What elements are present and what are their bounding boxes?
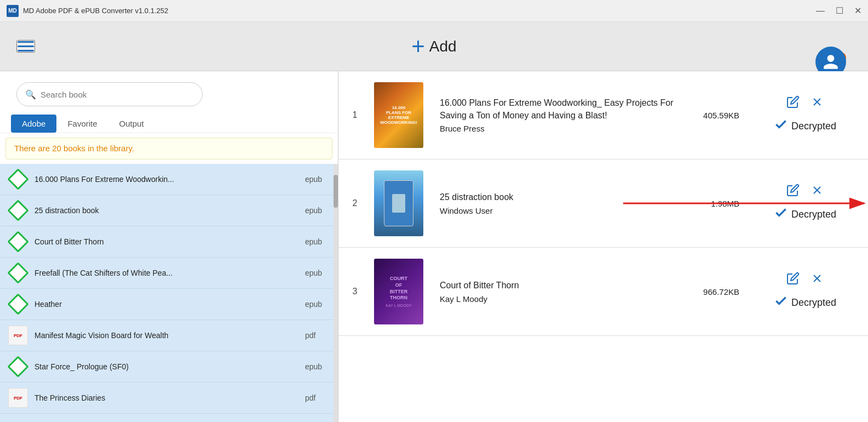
list-item[interactable]: Court of Bitter Thorn epub (0, 226, 338, 258)
delete-button[interactable] (810, 95, 824, 112)
edit-button[interactable] (786, 95, 800, 112)
maximize-button[interactable]: ☐ (836, 5, 843, 16)
book-item-title: 25 distraction book (35, 206, 305, 215)
edit-icon (786, 95, 800, 109)
epub-icon (8, 294, 28, 314)
list-item[interactable]: 16.000 Plans For Extreme Woodworkin... e… (0, 164, 338, 195)
decrypted-status: Decrypted (774, 294, 836, 311)
book-author: Kay L Moody (440, 294, 685, 304)
book-size: 966.72KB (690, 287, 739, 296)
book-item-format: pdf (305, 394, 330, 402)
book-item-format: pdf (305, 331, 330, 340)
scrollbar-track[interactable] (334, 164, 338, 422)
book-item-format: epub (305, 362, 330, 371)
book-actions: Decrypted (750, 95, 860, 135)
minimize-button[interactable]: — (816, 6, 825, 16)
book-cover (374, 170, 423, 236)
book-row: 2 25 distraction book Windows User 1.98M… (338, 159, 868, 248)
checkmark-icon (774, 206, 788, 220)
checkmark-icon (774, 294, 788, 308)
pdf-icon: PDF (8, 326, 28, 345)
book-item-title: Heather (35, 300, 305, 309)
tab-favorite-label: Favorite (67, 119, 97, 128)
pdf-icon: PDF (8, 388, 28, 408)
epub-icon (8, 169, 28, 189)
tab-output-label: Output (119, 119, 144, 128)
action-buttons (786, 95, 824, 112)
sidebar: 🔍 Adobe Favorite Output There are 20 boo… (0, 71, 338, 422)
user-icon (822, 53, 840, 71)
book-item-title: Manifest Magic Vision Board for Wealth (35, 331, 305, 340)
hamburger-line-3 (18, 50, 34, 52)
row-number: 3 (347, 287, 363, 296)
right-panel: 1 16.000PLANS FOREXTREMEWOODWORKING! 16.… (338, 71, 868, 422)
book-item-title: Star Force_ Prologue (SF0) (35, 362, 305, 371)
list-item[interactable]: Heather epub (0, 289, 338, 320)
delete-button[interactable] (810, 272, 824, 288)
book-cover: 16.000PLANS FOREXTREMEWOODWORKING! (374, 82, 423, 148)
edit-icon (786, 184, 800, 197)
list-item[interactable]: 25 distraction book epub (0, 195, 338, 226)
book-row: 3 COURTOFBITTERTHORN KAY L MOODY Court o… (338, 248, 868, 336)
book-actions: Decrypted (750, 272, 860, 311)
book-info: Court of Bitter Thorn Kay L Moody (434, 280, 690, 303)
app-title: MD Adobe PDF & ePUB Converter v1.0.1.252 (23, 7, 168, 15)
epub-icon (8, 201, 28, 220)
delete-button[interactable] (810, 184, 824, 200)
epub-icon (8, 232, 28, 252)
book-author: Windows User (440, 206, 685, 215)
book-item-format: epub (305, 175, 330, 184)
tab-output[interactable]: Output (108, 115, 155, 133)
decrypted-status: Decrypted (774, 117, 836, 135)
edit-button[interactable] (786, 184, 800, 200)
list-item[interactable]: PDF The Princess Diaries pdf (0, 383, 338, 414)
edit-icon (786, 272, 800, 285)
book-item-format: epub (305, 237, 330, 246)
window-controls: — ☐ ✕ (816, 0, 861, 21)
book-item-title: 16.000 Plans For Extreme Woodworkin... (35, 175, 305, 184)
close-button[interactable]: ✕ (854, 5, 861, 16)
close-icon (810, 95, 824, 109)
book-item-format: epub (305, 206, 330, 215)
book-cover: COURTOFBITTERTHORN KAY L MOODY (374, 259, 423, 324)
menu-button[interactable] (16, 40, 35, 53)
tab-adobe[interactable]: Adobe (11, 115, 56, 133)
app-logo: MD (7, 5, 19, 17)
epub-icon (8, 357, 28, 377)
close-icon (810, 272, 824, 285)
checkmark-icon (774, 117, 788, 132)
search-input[interactable] (41, 90, 194, 99)
plus-icon: + (411, 35, 425, 58)
book-item-format: epub (305, 300, 330, 309)
list-item[interactable]: Freefall (The Cat Shifters of White Pea.… (0, 258, 338, 289)
scrollbar-thumb[interactable] (334, 175, 338, 208)
decrypted-label: Decrypted (791, 121, 836, 132)
library-info-banner: There are 20 books in the library. (5, 138, 332, 159)
list-item[interactable]: Star Force_ Prologue (SF0) epub (0, 351, 338, 383)
decrypted-label: Decrypted (791, 297, 836, 309)
book-actions: Decrypted (750, 184, 860, 223)
book-title: Court of Bitter Thorn (440, 280, 685, 292)
add-button[interactable]: + Add (411, 35, 456, 58)
add-label: Add (429, 38, 457, 55)
check-icon (774, 117, 788, 135)
action-buttons (786, 184, 824, 200)
decrypted-label: Decrypted (791, 209, 836, 220)
edit-button[interactable] (786, 272, 800, 288)
tab-favorite[interactable]: Favorite (56, 115, 108, 133)
library-count-text: There are 20 books in the library. (14, 144, 134, 153)
book-info: 25 distraction book Windows User (434, 191, 690, 215)
action-buttons (786, 272, 824, 288)
book-size: 1.98MB (690, 199, 739, 208)
book-item-title: Court of Bitter Thorn (35, 237, 305, 246)
epub-icon (8, 263, 28, 283)
toolbar: + Add 1 (0, 22, 868, 71)
title-bar: MD MD Adobe PDF & ePUB Converter v1.0.1.… (0, 0, 868, 22)
list-item[interactable]: PDF Manifest Magic Vision Board for Weal… (0, 320, 338, 351)
decrypted-status: Decrypted (774, 206, 836, 223)
row-number: 1 (347, 110, 363, 120)
search-area: 🔍 (0, 71, 338, 112)
tab-bar: Adobe Favorite Output (0, 112, 338, 133)
close-icon (810, 184, 824, 197)
book-list[interactable]: 16.000 Plans For Extreme Woodworkin... e… (0, 164, 338, 422)
